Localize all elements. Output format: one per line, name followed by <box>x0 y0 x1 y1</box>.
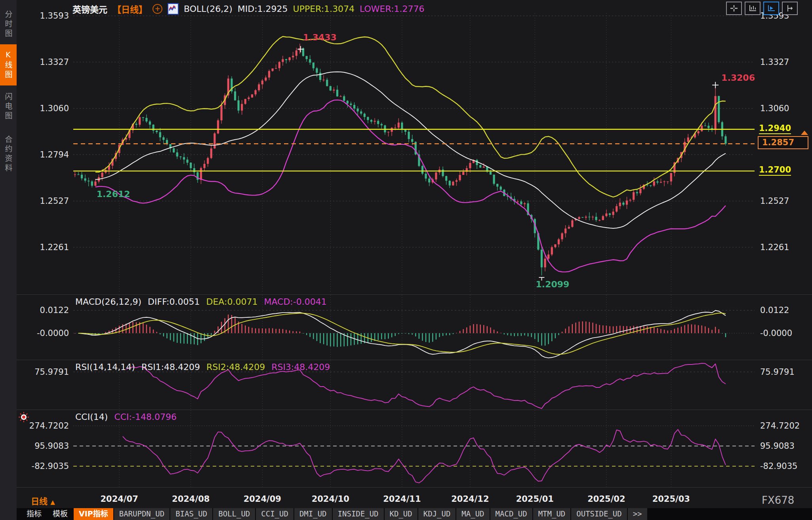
axis-tick: 1.2527 <box>760 196 789 206</box>
axis-tick: -82.9035 <box>760 461 797 471</box>
axis-tick: 75.9791 <box>760 367 795 377</box>
alert-target-icon[interactable] <box>18 412 29 424</box>
tab->>[interactable]: >> <box>628 508 647 520</box>
tab-模板[interactable]: 模板 <box>48 508 73 520</box>
pane-divider <box>17 360 812 360</box>
axis-left: 1.35931.33271.30601.27941.25271.22610.01… <box>17 0 72 520</box>
support-level-label: 1.2700 <box>759 165 791 176</box>
resistance-level-label: 1.2940 <box>759 123 791 134</box>
axis-tick: 274.7202 <box>29 421 69 431</box>
price-pointer-icon <box>801 131 808 135</box>
xaxis-label: 2024/09 <box>234 494 290 504</box>
xaxis-label: 2024/07 <box>91 494 147 504</box>
pane-divider <box>17 294 812 295</box>
cci-title: CCI(14) <box>75 412 108 422</box>
axis-tick: 1.3327 <box>760 57 789 67</box>
xaxis-label: 2025/02 <box>579 494 634 504</box>
tab-DMI_UD[interactable]: DMI_UD <box>294 508 332 520</box>
xaxis-label: 2024/11 <box>374 494 430 504</box>
axis-tick: 1.3060 <box>40 104 69 113</box>
sidebar: 分时图 K线图 闪电图 合约资料 <box>0 0 17 520</box>
axis-tick: 0.0122 <box>40 306 69 315</box>
rsi2-value: RSI2:48.4209 <box>206 362 265 372</box>
macd-legend: MACD(26,12,9) DIFF:0.0051 DEA:0.0071 MAC… <box>75 297 327 307</box>
boll-lower-value: LOWER:1.2776 <box>360 4 424 14</box>
rsi-title: RSI(14,14,14) <box>75 362 135 372</box>
macd-title: MACD(26,12,9) <box>75 297 141 307</box>
macd-diff-value: DIFF:0.0051 <box>148 297 200 307</box>
chart-toolbar <box>726 2 798 15</box>
macd-macd-value: MACD:-0.0041 <box>264 297 326 307</box>
xaxis-label: 2025/01 <box>507 494 562 504</box>
boll-mid-value: MID:1.2925 <box>238 4 288 14</box>
triangle-up-icon: ▲ <box>50 499 55 506</box>
axis-tick: 95.9083 <box>34 441 69 451</box>
add-indicator-icon[interactable]: + <box>152 4 162 14</box>
axis-scale-play-icon[interactable] <box>763 2 779 15</box>
boll-upper-value: UPPER:1.3074 <box>293 4 355 14</box>
indicator-tab-bar: 指标模板VIP指标BARUPDN_UDBIAS_UDBOLL_UDCCI_UDD… <box>17 508 812 520</box>
axis-tick: -0.0000 <box>760 328 792 338</box>
tab-KDJ_UD[interactable]: KDJ_UD <box>418 508 456 520</box>
tab-MA_UD[interactable]: MA_UD <box>456 508 489 520</box>
axis-tick: -82.9035 <box>32 461 69 471</box>
pane-divider <box>17 487 812 488</box>
axis-scale-icon[interactable] <box>745 2 761 15</box>
watermark: FX678 <box>762 494 794 506</box>
tab-INSIDE_UD[interactable]: INSIDE_UD <box>333 508 384 520</box>
xaxis-label: 2025/03 <box>643 494 699 504</box>
time-axis: 2024/072024/082024/092024/102024/112024/… <box>17 491 812 507</box>
xaxis-label: 2024/08 <box>163 494 219 504</box>
boll-label: BOLL(26,2) <box>184 4 233 14</box>
period-tag: 【日线】 <box>112 2 147 15</box>
axis-tick: 75.9791 <box>34 367 69 377</box>
chart-type-icon[interactable] <box>168 3 179 15</box>
axis-tick: 1.3060 <box>760 104 789 113</box>
pane-divider <box>17 410 812 410</box>
tab-MTM_UD[interactable]: MTM_UD <box>533 508 571 520</box>
axis-tick: 274.7202 <box>760 421 800 431</box>
tab-BARUPDN_UD[interactable]: BARUPDN_UD <box>114 508 170 520</box>
axis-tick: 1.2794 <box>40 150 69 159</box>
axis-tick: -0.0000 <box>37 328 69 338</box>
measure-icon[interactable] <box>782 2 798 15</box>
sidebar-item-time-chart[interactable]: 分时图 <box>0 5 17 44</box>
chart-workspace: 分时图 K线图 闪电图 合约资料 英镑美元 【日线】 + BOLL(26,2) … <box>0 0 812 520</box>
tab-VIP指标[interactable]: VIP指标 <box>74 508 113 520</box>
axis-tick: 0.0122 <box>760 306 789 315</box>
rsi3-value: RSI3:48.4209 <box>271 362 330 372</box>
sidebar-item-contract-info[interactable]: 合约资料 <box>0 128 17 180</box>
axis-tick: 1.3327 <box>40 57 69 67</box>
axis-tick: 1.2261 <box>40 243 69 252</box>
cci-value: CCI:-148.0796 <box>114 412 177 422</box>
tab-MACD_UD[interactable]: MACD_UD <box>490 508 532 520</box>
price-candlestick-chart[interactable] <box>73 13 755 292</box>
tab-BOLL_UD[interactable]: BOLL_UD <box>213 508 255 520</box>
current-price-label: 1.2857 <box>758 136 808 149</box>
period-selector[interactable]: 日线 ▲ <box>31 495 55 507</box>
rsi-legend: RSI(14,14,14) RSI1:48.4209 RSI2:48.4209 … <box>75 362 330 372</box>
tab-指标[interactable]: 指标 <box>21 508 47 520</box>
tab-KD_UD[interactable]: KD_UD <box>385 508 417 520</box>
axis-tick: 95.9083 <box>760 441 795 451</box>
tab-CCI_UD[interactable]: CCI_UD <box>256 508 294 520</box>
macd-dea-value: DEA:0.0071 <box>206 297 258 307</box>
sidebar-item-flash-chart[interactable]: 闪电图 <box>0 87 17 127</box>
tab-OUTSIDE_UD[interactable]: OUTSIDE_UD <box>571 508 627 520</box>
sidebar-item-kline-chart[interactable]: K线图 <box>0 44 17 85</box>
axis-tick: 1.3593 <box>40 11 69 21</box>
symbol-title: 英镑美元 <box>72 2 107 15</box>
tab-BIAS_UD[interactable]: BIAS_UD <box>170 508 212 520</box>
xaxis-label: 2024/10 <box>303 494 358 504</box>
chart-legend: 英镑美元 【日线】 + BOLL(26,2) MID:1.2925 UPPER:… <box>72 2 425 15</box>
xaxis-label: 2024/12 <box>442 494 498 504</box>
axis-tick: 1.2527 <box>40 196 69 206</box>
axis-right: 1.35931.33271.30601.25271.22610.0122-0.0… <box>757 0 812 520</box>
pan-crosshair-icon[interactable] <box>726 2 742 15</box>
axis-tick: 1.2261 <box>760 243 789 252</box>
cci-legend: CCI(14) CCI:-148.0796 <box>75 412 177 422</box>
rsi1-value: RSI1:48.4209 <box>141 362 200 372</box>
